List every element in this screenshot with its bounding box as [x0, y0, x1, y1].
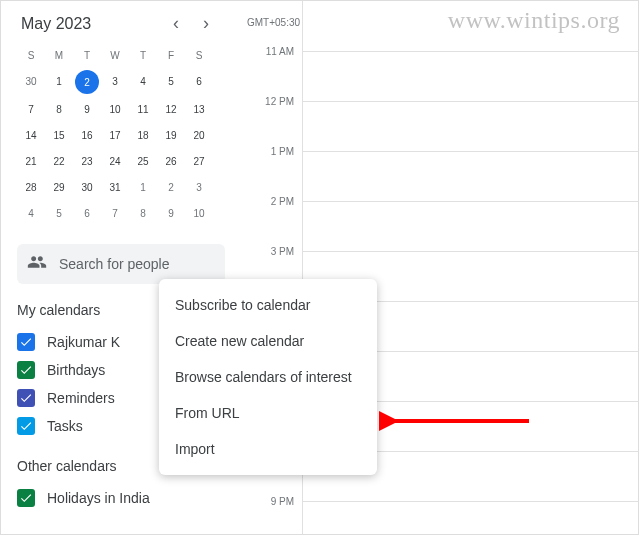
day-cell[interactable]: 30: [17, 68, 45, 94]
day-cell[interactable]: 8: [45, 96, 73, 122]
menu-item[interactable]: From URL: [159, 395, 377, 431]
day-cell[interactable]: 11: [129, 96, 157, 122]
calendar-label: Rajkumar K: [47, 334, 120, 350]
time-label: 2 PM: [271, 196, 294, 207]
time-label: 3 PM: [271, 246, 294, 257]
day-cell[interactable]: 5: [157, 68, 185, 94]
day-cell[interactable]: 31: [101, 174, 129, 200]
day-cell[interactable]: 6: [73, 200, 101, 226]
day-cell[interactable]: 4: [17, 200, 45, 226]
day-cell[interactable]: 3: [185, 174, 213, 200]
day-cell[interactable]: 12: [157, 96, 185, 122]
day-cell[interactable]: 20: [185, 122, 213, 148]
day-cell[interactable]: 2: [75, 70, 99, 94]
time-label: 11 AM: [266, 46, 294, 57]
day-cell[interactable]: 29: [45, 174, 73, 200]
search-placeholder: Search for people: [59, 256, 170, 272]
month-title: May 2023: [21, 15, 91, 33]
grid-line: [303, 101, 638, 102]
checkbox-icon[interactable]: [17, 389, 35, 407]
month-nav: ‹ ›: [167, 13, 215, 34]
day-cell[interactable]: 19: [157, 122, 185, 148]
day-cell[interactable]: 3: [101, 68, 129, 94]
day-cell[interactable]: 14: [17, 122, 45, 148]
day-cell[interactable]: 1: [45, 68, 73, 94]
day-cell[interactable]: 4: [129, 68, 157, 94]
day-cell[interactable]: 2: [157, 174, 185, 200]
day-cell[interactable]: 28: [17, 174, 45, 200]
day-cell[interactable]: 10: [185, 200, 213, 226]
add-calendar-menu: Subscribe to calendarCreate new calendar…: [159, 279, 377, 475]
dow-cell: M: [45, 42, 73, 68]
day-cell[interactable]: 15: [45, 122, 73, 148]
day-cell[interactable]: 9: [157, 200, 185, 226]
checkbox-icon[interactable]: [17, 417, 35, 435]
checkbox-icon[interactable]: [17, 361, 35, 379]
dow-cell: T: [129, 42, 157, 68]
checkbox-icon[interactable]: [17, 333, 35, 351]
menu-item[interactable]: Subscribe to calendar: [159, 287, 377, 323]
day-cell[interactable]: 23: [73, 148, 101, 174]
menu-item[interactable]: Browse calendars of interest: [159, 359, 377, 395]
calendar-label: Holidays in India: [47, 490, 150, 506]
dow-cell: S: [185, 42, 213, 68]
day-cell[interactable]: 27: [185, 148, 213, 174]
chevron-left-icon[interactable]: ‹: [167, 13, 185, 34]
calendar-item[interactable]: Holidays in India: [17, 484, 233, 512]
time-label: 1 PM: [271, 146, 294, 157]
day-cell[interactable]: 30: [73, 174, 101, 200]
day-cell[interactable]: 26: [157, 148, 185, 174]
day-cell[interactable]: 1: [129, 174, 157, 200]
calendar-label: Birthdays: [47, 362, 105, 378]
day-cell[interactable]: 7: [17, 96, 45, 122]
chevron-right-icon[interactable]: ›: [197, 13, 215, 34]
grid-line: [303, 151, 638, 152]
people-icon: [27, 252, 47, 276]
time-label: 9 PM: [271, 496, 294, 507]
calendar-label: Tasks: [47, 418, 83, 434]
day-cell[interactable]: 13: [185, 96, 213, 122]
day-cell[interactable]: 24: [101, 148, 129, 174]
grid-line: [303, 201, 638, 202]
day-cell[interactable]: 6: [185, 68, 213, 94]
search-people-input[interactable]: Search for people: [17, 244, 225, 284]
mini-calendar: SMTWTFS 30123456789101112131415161718192…: [17, 42, 233, 226]
grid-line: [303, 501, 638, 502]
day-cell[interactable]: 10: [101, 96, 129, 122]
day-cell[interactable]: 16: [73, 122, 101, 148]
dow-cell: W: [101, 42, 129, 68]
checkbox-icon[interactable]: [17, 489, 35, 507]
time-label: 12 PM: [265, 96, 294, 107]
day-cell[interactable]: 17: [101, 122, 129, 148]
day-cell[interactable]: 22: [45, 148, 73, 174]
calendar-label: Reminders: [47, 390, 115, 406]
dow-cell: T: [73, 42, 101, 68]
day-cell[interactable]: 5: [45, 200, 73, 226]
grid-line: [303, 51, 638, 52]
grid-line: [303, 251, 638, 252]
day-cell[interactable]: 25: [129, 148, 157, 174]
day-cell[interactable]: 9: [73, 96, 101, 122]
day-cell[interactable]: 8: [129, 200, 157, 226]
menu-item[interactable]: Create new calendar: [159, 323, 377, 359]
menu-item[interactable]: Import: [159, 431, 377, 467]
dow-cell: S: [17, 42, 45, 68]
day-cell[interactable]: 7: [101, 200, 129, 226]
dow-cell: F: [157, 42, 185, 68]
day-cell[interactable]: 21: [17, 148, 45, 174]
day-cell[interactable]: 18: [129, 122, 157, 148]
